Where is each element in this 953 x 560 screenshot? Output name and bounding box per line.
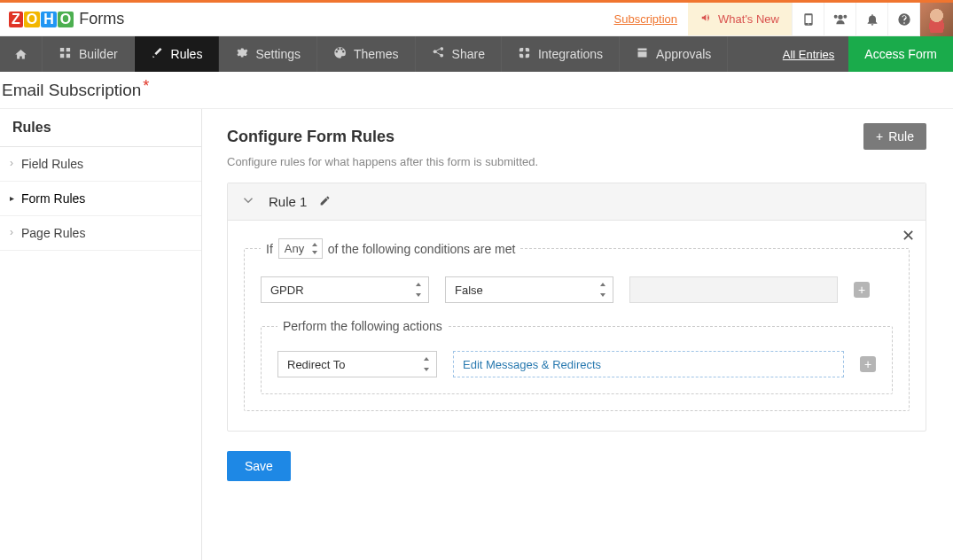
action-fieldset: Perform the following actions Redirect T…	[261, 319, 893, 394]
all-entries-link[interactable]: All Entries	[769, 36, 849, 72]
share-icon	[432, 46, 445, 62]
close-icon[interactable]: ✕	[902, 226, 915, 245]
mobile-icon[interactable]	[792, 3, 824, 35]
nav-settings[interactable]: Settings	[219, 36, 317, 72]
edit-redirects-link[interactable]: Edit Messages & Redirects	[463, 358, 601, 371]
sidebar-item-field-rules[interactable]: Field Rules	[0, 147, 201, 182]
condition-fieldset: If Any of the following conditions are m…	[244, 238, 910, 411]
logo-o1: O	[24, 12, 40, 27]
whats-new-label: What's New	[718, 12, 779, 26]
nav-rules[interactable]: Rules	[135, 36, 220, 72]
add-rule-button[interactable]: + Rule	[863, 123, 926, 150]
builder-icon	[59, 46, 72, 62]
condition-value-select[interactable]: False	[445, 276, 613, 303]
navbar: Builder Rules Settings Themes Share Inte…	[0, 36, 953, 72]
condition-extra-input[interactable]	[629, 276, 838, 303]
page-subtitle: Configure rules for what happens after t…	[227, 155, 926, 168]
sidebar-title: Rules	[0, 109, 201, 147]
condition-field-select[interactable]: GPDR	[261, 276, 429, 303]
nav-home[interactable]	[0, 36, 43, 72]
nav-approvals-label: Approvals	[656, 47, 711, 61]
rules-icon	[151, 46, 164, 62]
if-prefix: If	[266, 242, 273, 256]
subscription-link[interactable]: Subscription	[604, 3, 689, 35]
approvals-icon	[636, 46, 649, 62]
form-title-bar: Email Subscription*	[0, 72, 953, 109]
save-button[interactable]: Save	[227, 451, 291, 481]
nav-approvals[interactable]: Approvals	[620, 36, 728, 72]
nav-builder-label: Builder	[79, 47, 118, 61]
top-links: Subscription What's New	[604, 3, 954, 35]
nav-themes[interactable]: Themes	[317, 36, 416, 72]
add-action-button[interactable]: +	[860, 356, 876, 372]
nav-settings-label: Settings	[255, 47, 301, 61]
sidebar-item-form-rules[interactable]: Form Rules	[0, 182, 201, 216]
edit-icon[interactable]	[319, 195, 331, 209]
nav-builder[interactable]: Builder	[43, 36, 135, 72]
page-title: Configure Form Rules	[227, 128, 394, 146]
avatar[interactable]	[919, 3, 953, 36]
whats-new-button[interactable]: What's New	[688, 3, 792, 35]
condition-legend: If Any of the following conditions are m…	[261, 238, 520, 259]
sidebar: Rules Field Rules Form Rules Page Rules	[0, 109, 202, 560]
logo-product: Forms	[79, 10, 124, 28]
form-title: Email Subscription	[2, 81, 141, 100]
integrations-icon	[518, 46, 531, 62]
logo-h: H	[41, 12, 57, 27]
access-form-button[interactable]: Access Form	[848, 36, 953, 72]
rule-card: Rule 1 ✕ If Any of the following conditi…	[227, 183, 926, 432]
settings-icon	[235, 46, 248, 62]
nav-share-label: Share	[452, 47, 485, 61]
chevron-down-icon[interactable]	[240, 192, 256, 211]
nav-integrations[interactable]: Integrations	[502, 36, 620, 72]
add-condition-button[interactable]: +	[854, 282, 870, 298]
unsaved-indicator: *	[143, 77, 149, 96]
themes-icon	[333, 46, 347, 62]
action-legend: Perform the following actions	[277, 319, 448, 333]
topbar: Z O H O Forms Subscription What's New	[0, 3, 953, 36]
megaphone-icon	[700, 12, 713, 27]
logo[interactable]: Z O H O Forms	[9, 10, 124, 28]
condition-row: GPDR False +	[261, 276, 893, 303]
nav-themes-label: Themes	[354, 47, 399, 61]
rule-name: Rule 1	[269, 194, 307, 209]
rule-body: ✕ If Any of the following conditions are…	[228, 221, 926, 431]
rule-header: Rule 1	[228, 183, 926, 221]
action-select[interactable]: Redirect To	[277, 351, 437, 377]
if-suffix: of the following conditions are met	[328, 242, 516, 256]
nav-integrations-label: Integrations	[538, 47, 603, 61]
redirect-target-box: Edit Messages & Redirects	[453, 351, 844, 377]
add-rule-label: Rule	[888, 129, 914, 144]
users-icon[interactable]	[824, 3, 855, 35]
action-row: Redirect To Edit Messages & Redirects +	[277, 351, 876, 377]
logo-z: Z	[9, 12, 23, 27]
main-panel: Configure Form Rules + Rule Configure ru…	[202, 109, 953, 560]
bell-icon[interactable]	[855, 3, 887, 35]
nav-share[interactable]: Share	[416, 36, 502, 72]
logo-o2: O	[58, 12, 74, 27]
sidebar-item-page-rules[interactable]: Page Rules	[0, 216, 201, 251]
if-mode-select[interactable]: Any	[278, 238, 323, 259]
plus-icon: +	[876, 129, 883, 144]
help-icon[interactable]	[887, 3, 919, 35]
nav-rules-label: Rules	[171, 47, 203, 61]
